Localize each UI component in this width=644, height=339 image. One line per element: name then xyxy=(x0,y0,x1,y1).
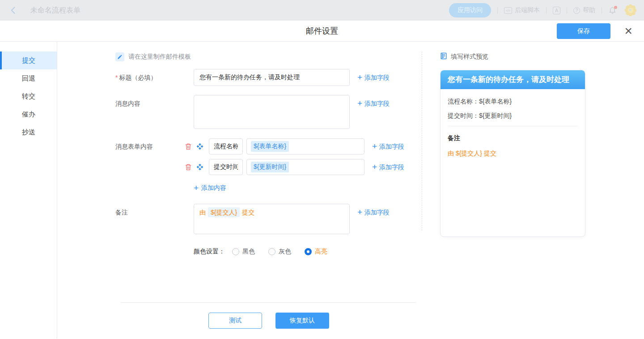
message-field-label: 消息内容 xyxy=(115,95,194,112)
message-content-textarea[interactable] xyxy=(194,95,350,129)
color-option-highlight[interactable]: 高亮 xyxy=(305,248,327,256)
question-icon: ? xyxy=(573,7,580,14)
divider xyxy=(602,7,602,14)
field-key-input[interactable] xyxy=(209,159,243,175)
radio-icon[interactable] xyxy=(232,248,239,255)
trash-icon[interactable] xyxy=(185,163,192,171)
divider xyxy=(546,7,547,14)
plus-icon: + xyxy=(372,159,377,176)
plus-icon: + xyxy=(372,138,377,155)
add-content-link[interactable]: +添加内容 xyxy=(194,183,422,193)
remark-field-label: 备注 xyxy=(115,204,194,221)
variable-chip[interactable]: ${更新时间} xyxy=(251,162,289,172)
sidebar-item-cc[interactable]: 抄送 xyxy=(0,123,57,141)
preview-panel-title: 填写样式预览 xyxy=(451,53,488,61)
restore-default-button[interactable]: 恢复默认 xyxy=(275,313,329,329)
preview-line-submit-time: 提交时间：${更新时间} xyxy=(448,111,578,120)
avatar[interactable] xyxy=(624,4,637,17)
divider xyxy=(448,126,578,126)
close-icon[interactable]: × xyxy=(624,22,632,40)
app-access-button[interactable]: 应用访问 xyxy=(449,3,491,17)
radio-checked-icon[interactable] xyxy=(305,248,312,255)
color-setting-row: 颜色设置： 黑色 灰色 高亮 xyxy=(194,248,422,256)
plus-icon: + xyxy=(194,183,199,193)
mail-preview-card: 您有一条新的待办任务，请及时处理 流程名称：${表单名称} 提交时间：${更新时… xyxy=(440,70,585,237)
divider xyxy=(567,7,567,14)
plus-icon: + xyxy=(357,69,362,86)
page-title: 未命名流程表单 xyxy=(30,6,80,15)
add-field-link-remark[interactable]: +添加字段 xyxy=(357,204,390,221)
required-mark: * xyxy=(115,74,118,81)
backend-script-button[interactable]: </> 后端脚本 xyxy=(504,6,540,14)
add-field-link-row2[interactable]: +添加字段 xyxy=(372,159,404,176)
sidebar-item-rollback[interactable]: 回退 xyxy=(0,69,57,87)
sidebar-item-submit[interactable]: 提交 xyxy=(0,51,57,69)
color-setting-label: 颜色设置： xyxy=(194,248,225,256)
field-value-box[interactable]: ${更新时间} xyxy=(246,159,364,175)
form-content-label: 消息表单内容 xyxy=(115,138,185,154)
save-button[interactable]: 保存 xyxy=(557,23,610,39)
back-icon[interactable] xyxy=(9,6,18,15)
modal-title: 邮件设置 xyxy=(306,26,338,36)
sidebar-item-urge[interactable]: 催办 xyxy=(0,105,57,123)
sidebar-item-forward[interactable]: 转交 xyxy=(0,87,57,105)
move-handle-icon[interactable] xyxy=(196,143,203,150)
top-bar: 未命名流程表单 应用访问 </> 后端脚本 A ? 帮助 xyxy=(0,0,644,21)
preview-panel: 填写样式预览 您有一条新的待办任务，请及时处理 流程名称：${表单名称} 提交时… xyxy=(422,42,644,339)
variable-chip[interactable]: ${提交人} xyxy=(208,207,240,217)
field-value-box[interactable]: ${表单名称} xyxy=(246,138,364,154)
color-option-gray[interactable]: 灰色 xyxy=(268,248,291,256)
remark-textarea[interactable]: 由${提交人}提交 xyxy=(194,204,350,234)
title-field-label: *标题（必填） xyxy=(115,69,194,86)
add-field-link-row1[interactable]: +添加字段 xyxy=(372,138,404,155)
radio-icon[interactable] xyxy=(268,248,275,255)
preview-remark-title: 备注 xyxy=(448,134,578,142)
divider xyxy=(497,7,498,14)
preview-remark-text: 由 ${提交人} 提交 xyxy=(448,150,578,158)
code-icon: </> xyxy=(504,7,512,14)
help-button[interactable]: ? 帮助 xyxy=(573,6,595,14)
form-content-row: ${表单名称} +添加字段 xyxy=(185,138,404,154)
move-handle-icon[interactable] xyxy=(196,163,203,171)
event-sidebar: 提交 回退 转交 催办 抄送 xyxy=(0,42,57,339)
title-input[interactable] xyxy=(194,69,350,86)
variable-chip[interactable]: ${表单名称} xyxy=(251,141,289,152)
test-button[interactable]: 测试 xyxy=(208,313,262,329)
field-key-input[interactable] xyxy=(209,138,243,154)
form-content-row: ${更新时间} +添加字段 xyxy=(185,159,404,175)
language-button[interactable]: A xyxy=(553,7,560,14)
plus-icon: + xyxy=(357,95,362,112)
language-icon: A xyxy=(553,7,560,14)
trash-icon[interactable] xyxy=(185,143,192,150)
mail-template-form: 请在这里制作邮件模板 *标题（必填） +添加字段 消息内容 +添加字段 消息表单… xyxy=(57,42,422,339)
preview-line-process-name: 流程名称：${表单名称} xyxy=(448,97,578,106)
mail-settings-modal: 邮件设置 保存 × 提交 回退 转交 催办 抄送 请在这里制作邮件模板 *标题（… xyxy=(0,21,644,339)
plus-icon: + xyxy=(357,204,362,221)
template-hint: 请在这里制作邮件模板 xyxy=(128,53,191,61)
edit-pencil-icon[interactable] xyxy=(115,52,124,61)
add-field-link-message[interactable]: +添加字段 xyxy=(357,95,390,112)
document-icon xyxy=(440,52,447,61)
notification-bell-icon[interactable] xyxy=(608,6,617,15)
add-field-link-title[interactable]: +添加字段 xyxy=(357,69,390,86)
preview-card-header: 您有一条新的待办任务，请及时处理 xyxy=(441,70,585,89)
notification-dot xyxy=(614,6,617,9)
color-option-black[interactable]: 黑色 xyxy=(232,248,255,256)
divider xyxy=(121,302,416,303)
modal-header: 邮件设置 保存 × xyxy=(0,21,644,42)
